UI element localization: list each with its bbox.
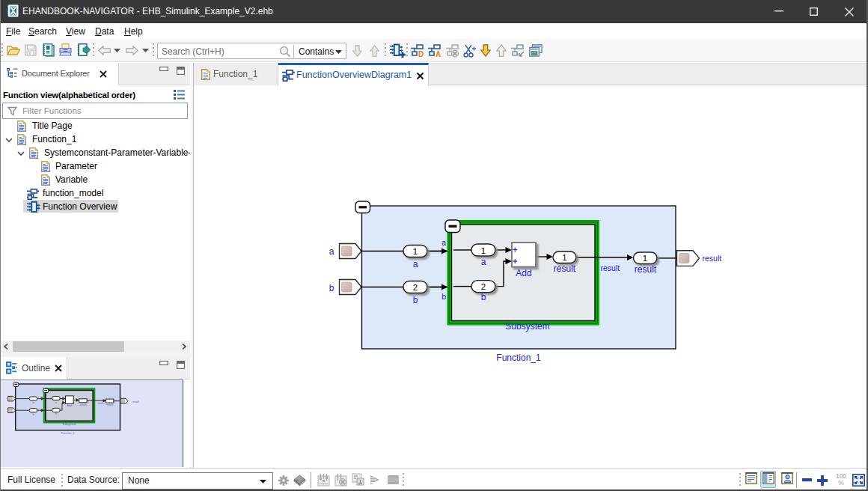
svg-text:a: a [55,401,57,404]
svg-text:result: result [80,403,87,406]
svg-text:b: b [441,292,446,301]
svg-text:1: 1 [562,253,566,262]
svg-text:Function_1: Function_1 [496,353,541,363]
svg-text:result: result [601,263,620,272]
svg-text:result: result [635,264,657,275]
svg-text:b: b [413,295,418,305]
svg-text:result: result [703,254,722,263]
svg-text:a: a [481,257,486,267]
svg-text:1: 1 [643,254,647,263]
svg-text:result: result [554,263,576,274]
svg-text:a: a [413,259,418,269]
svg-text:1: 1 [413,247,418,256]
svg-text:result: result [98,402,105,405]
svg-text:D: D [418,50,424,58]
svg-text:a: a [441,238,446,247]
svg-text:b: b [33,413,34,416]
svg-text:2: 2 [413,283,418,292]
svg-text:a: a [33,401,34,404]
svg-text:Subsystem: Subsystem [505,321,549,332]
svg-text:b: b [481,292,486,302]
svg-text:result: result [132,400,139,403]
svg-text:1: 1 [481,246,486,255]
svg-text:Add: Add [516,268,531,278]
svg-text:Add: Add [67,404,72,407]
svg-text:a: a [329,246,334,257]
svg-text:Subsystem: Subsystem [63,423,76,426]
svg-text:Function_1: Function_1 [61,432,75,435]
svg-text:b: b [55,412,57,415]
svg-text:b: b [329,283,334,293]
svg-text:A: A [435,50,441,58]
svg-text:result: result [106,403,113,406]
svg-text:2: 2 [481,282,486,291]
